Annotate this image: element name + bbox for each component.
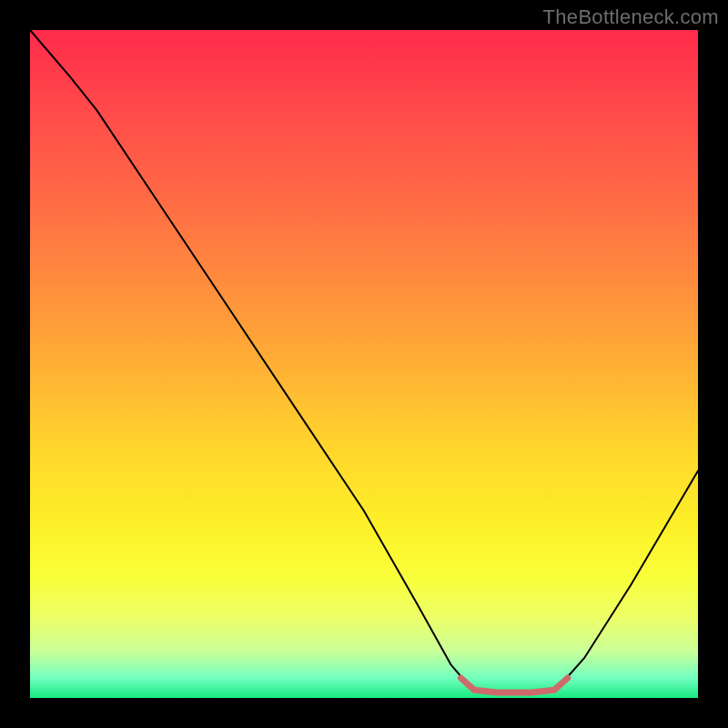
outer-black-frame	[0, 0, 728, 728]
watermark-text: TheBottleneck.com	[543, 5, 719, 29]
